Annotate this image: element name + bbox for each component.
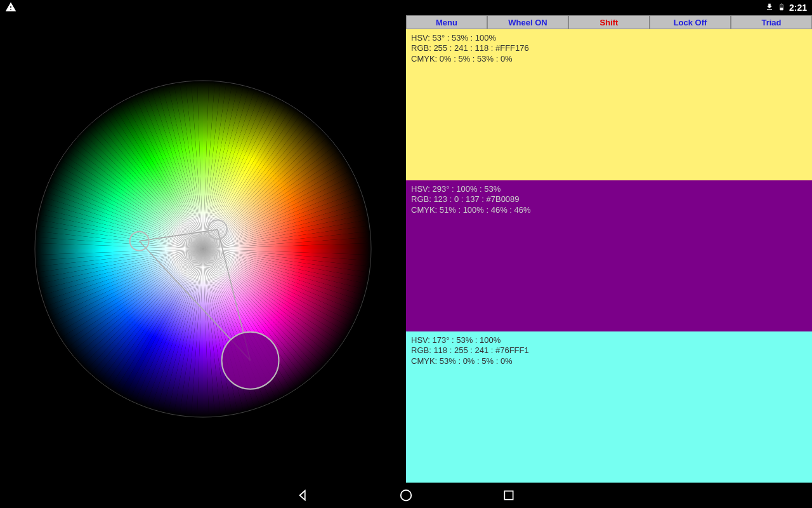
shift-button[interactable]: Shift (568, 15, 650, 29)
swatch-1[interactable]: HSV: 293° : 100% : 53%RGB: 123 : 0 : 137… (406, 180, 812, 331)
swatch-0[interactable]: HSV: 53° : 53% : 100%RGB: 255 : 241 : 11… (406, 29, 812, 180)
status-right: 2:21 (765, 2, 807, 14)
swatch-list: HSV: 53° : 53% : 100%RGB: 255 : 241 : 11… (406, 29, 812, 483)
triad-button[interactable]: Triad (731, 15, 812, 29)
back-button[interactable] (296, 488, 310, 502)
purple-node[interactable] (222, 332, 279, 389)
recent-apps-button[interactable] (502, 488, 516, 502)
clock-text: 2:21 (789, 3, 807, 13)
swatch-2-cmyk: CMYK: 53% : 0% : 5% : 0% (411, 356, 807, 366)
swatch-1-hsv: HSV: 293° : 100% : 53% (411, 184, 807, 194)
main-area: Menu Wheel ON Shift Lock Off Triad HSV: … (0, 15, 812, 483)
wheel-toggle-button[interactable]: Wheel ON (487, 15, 568, 29)
warning-icon (5, 1, 16, 15)
info-panel: Menu Wheel ON Shift Lock Off Triad HSV: … (406, 15, 812, 483)
swatch-1-rgb: RGB: 123 : 0 : 137 : #7B0089 (411, 194, 807, 204)
swatch-2-hsv: HSV: 173° : 53% : 100% (411, 335, 807, 345)
android-nav-bar (0, 483, 812, 508)
color-wheel-panel[interactable] (0, 15, 406, 483)
swatch-0-cmyk: CMYK: 0% : 5% : 53% : 0% (411, 54, 807, 64)
status-bar: 2:21 (0, 0, 812, 15)
menu-button[interactable]: Menu (406, 15, 487, 29)
download-icon (765, 3, 774, 13)
lock-button[interactable]: Lock Off (650, 15, 731, 29)
swatch-2[interactable]: HSV: 173° : 53% : 100%RGB: 118 : 255 : 2… (406, 331, 812, 483)
swatch-1-cmyk: CMYK: 51% : 100% : 46% : 46% (411, 205, 807, 215)
battery-icon (778, 2, 785, 14)
status-left (5, 1, 16, 15)
color-wheel[interactable] (25, 71, 381, 427)
swatch-0-rgb: RGB: 255 : 241 : 118 : #FFF176 (411, 43, 807, 53)
svg-rect-2 (504, 491, 513, 499)
home-button[interactable] (399, 488, 413, 502)
toolbar: Menu Wheel ON Shift Lock Off Triad (406, 15, 812, 29)
swatch-0-hsv: HSV: 53° : 53% : 100% (411, 33, 807, 43)
swatch-2-rgb: RGB: 118 : 255 : 241 : #76FFF1 (411, 345, 807, 356)
svg-point-1 (401, 490, 412, 501)
